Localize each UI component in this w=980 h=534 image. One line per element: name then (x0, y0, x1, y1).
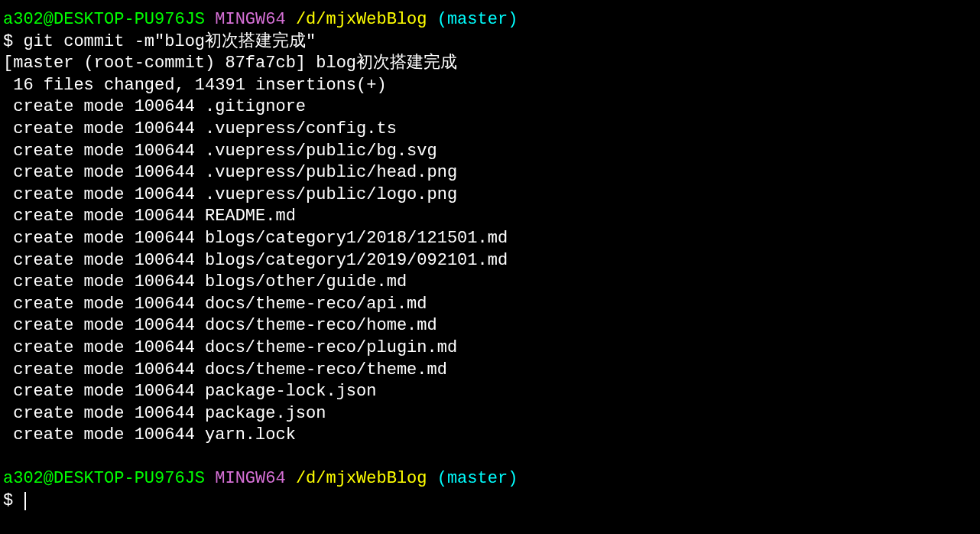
cursor-icon (24, 492, 26, 510)
commit-result-line: [master (root-commit) 87fa7cb] blog初次搭建完… (3, 53, 977, 75)
created-file-line: create mode 100644 blogs/other/guide.md (3, 272, 977, 294)
created-file-line: create mode 100644 .gitignore (3, 96, 977, 119)
created-file-line: create mode 100644 README.md (3, 206, 977, 228)
cwd-path: /d/mjxWebBlog (296, 10, 427, 29)
created-file-line: create mode 100644 package-lock.json (3, 381, 977, 403)
cwd-path: /d/mjxWebBlog (296, 469, 427, 488)
created-file-line: create mode 100644 package.json (3, 403, 977, 425)
active-prompt-line[interactable]: $ (3, 490, 977, 513)
prompt-line-1: a302@DESKTOP-PU976JS MINGW64 /d/mjxWebBl… (3, 9, 977, 31)
env-label: MINGW64 (215, 469, 285, 488)
created-file-line: create mode 100644 .vuepress/public/head… (3, 162, 977, 184)
user-host: a302@DESKTOP-PU976JS (3, 469, 205, 488)
created-file-line: create mode 100644 docs/theme-reco/plugi… (3, 337, 977, 360)
branch-label: (master) (437, 469, 518, 488)
user-host: a302@DESKTOP-PU976JS (3, 10, 205, 29)
terminal-window[interactable]: a302@DESKTOP-PU976JS MINGW64 /d/mjxWebBl… (3, 9, 977, 513)
created-file-line: create mode 100644 docs/theme-reco/home.… (3, 315, 977, 337)
prompt-symbol: $ (3, 491, 23, 510)
env-label: MINGW64 (215, 10, 285, 29)
created-file-line: create mode 100644 .vuepress/config.ts (3, 119, 977, 141)
created-files-list: create mode 100644 .gitignore create mod… (3, 96, 977, 447)
created-file-line: create mode 100644 blogs/category1/2018/… (3, 228, 977, 250)
branch-label: (master) (437, 10, 518, 29)
command-line: $ git commit -m"blog初次搭建完成" (3, 31, 977, 54)
created-file-line: create mode 100644 docs/theme-reco/theme… (3, 360, 977, 382)
changes-summary-line: 16 files changed, 14391 insertions(+) (3, 75, 977, 97)
blank-line (3, 447, 977, 469)
prompt-line-2: a302@DESKTOP-PU976JS MINGW64 /d/mjxWebBl… (3, 468, 977, 490)
created-file-line: create mode 100644 docs/theme-reco/api.m… (3, 294, 977, 316)
created-file-line: create mode 100644 .vuepress/public/bg.s… (3, 141, 977, 163)
created-file-line: create mode 100644 blogs/category1/2019/… (3, 250, 977, 272)
created-file-line: create mode 100644 .vuepress/public/logo… (3, 184, 977, 207)
created-file-line: create mode 100644 yarn.lock (3, 425, 977, 447)
